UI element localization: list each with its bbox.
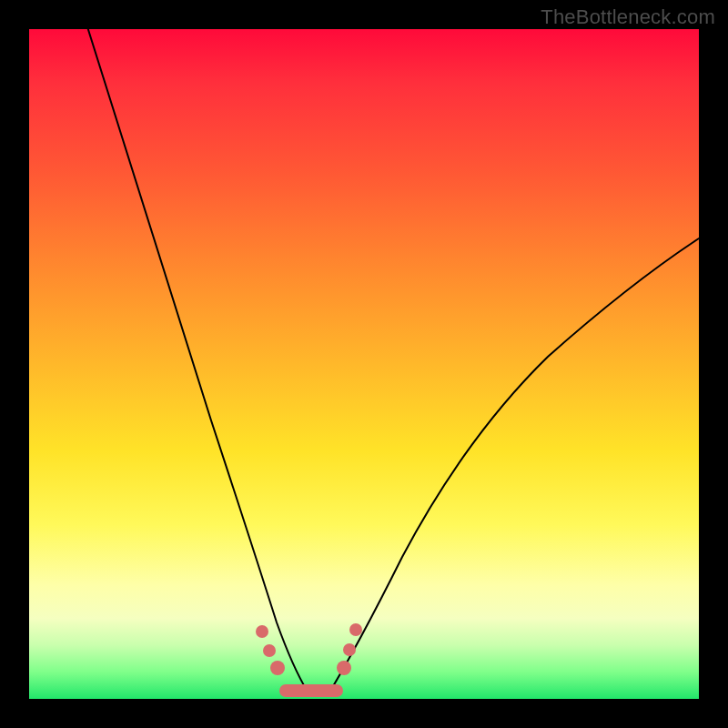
- bottleneck-curve-svg: [29, 29, 699, 699]
- plot-area: [29, 29, 699, 699]
- curve-right-branch: [328, 238, 699, 695]
- marker-dot: [256, 625, 268, 638]
- watermark-text: TheBottleneck.com: [541, 5, 715, 29]
- marker-dot: [343, 643, 356, 656]
- marker-dot: [349, 623, 362, 636]
- marker-dot: [337, 661, 351, 675]
- marker-dot: [263, 644, 276, 657]
- marker-dot: [270, 661, 285, 675]
- curve-left-branch: [80, 4, 308, 692]
- chart-frame: TheBottleneck.com: [0, 0, 728, 728]
